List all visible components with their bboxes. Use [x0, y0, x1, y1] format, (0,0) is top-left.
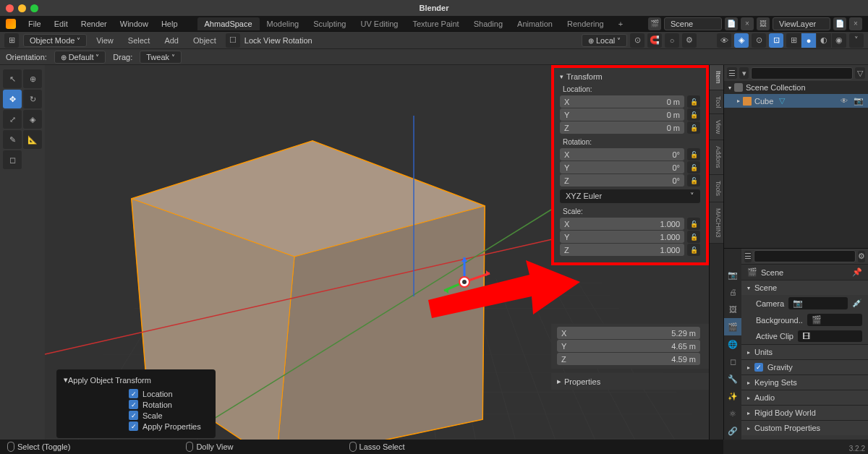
blender-logo-icon[interactable] [6, 19, 16, 29]
menu-help[interactable]: Help [156, 18, 183, 30]
workspace-tab[interactable]: UV Editing [353, 17, 405, 30]
workspace-tab[interactable]: Rendering [560, 17, 611, 30]
background-field[interactable]: 🎬 [807, 314, 862, 326]
options-icon[interactable]: ⚙ [682, 33, 697, 48]
camera-field[interactable]: 📷 [788, 297, 848, 309]
orientation-dropdown[interactable]: ⊕ Local ˅ [582, 34, 627, 47]
3d-viewport[interactable]: Options [45, 65, 709, 440]
activeclip-field[interactable]: 🎞 [798, 330, 862, 342]
n-tab-addons[interactable]: Addons [710, 140, 723, 175]
shading-options-icon[interactable]: ˅ [849, 33, 864, 48]
particle-tab[interactable]: ✨ [724, 387, 741, 405]
workspace-tab[interactable]: Animation [510, 17, 560, 30]
xray-icon[interactable]: ⊡ [769, 33, 783, 48]
close-window-icon[interactable] [6, 4, 14, 12]
menu-edit[interactable]: Edit [49, 18, 73, 30]
drag-value[interactable]: Tweak ˅ [140, 51, 182, 64]
dimension-y-field[interactable]: Y4.65 m [557, 340, 700, 352]
rotate-tool[interactable]: ↻ [23, 90, 42, 108]
visibility-icon[interactable]: 👁 [717, 33, 731, 48]
pin-icon[interactable]: 📌 [852, 267, 862, 277]
world-tab[interactable]: 🌐 [724, 335, 741, 353]
modifier-tab[interactable]: 🔧 [724, 370, 741, 387]
menu-file[interactable]: File [23, 18, 46, 30]
scene-delete-icon[interactable]: × [741, 17, 754, 30]
apply-scale-checkbox[interactable]: ✓Scale [129, 411, 208, 420]
rotation-z-field[interactable]: Z0° [560, 174, 684, 187]
popup-header[interactable]: ▾ Apply Object Transform [64, 375, 208, 385]
physics-tab[interactable]: ⚛ [724, 405, 741, 422]
menu-window[interactable]: Window [115, 18, 153, 30]
scene-field[interactable]: Scene [664, 17, 722, 30]
dimension-z-field[interactable]: Z4.59 m [557, 353, 700, 365]
cursor-tool[interactable]: ⊕ [23, 69, 42, 88]
scene-tab[interactable]: 🎬 [724, 318, 741, 335]
rotation-mode-dropdown[interactable]: XYZ Euler˅ [560, 189, 700, 203]
location-z-field[interactable]: Z0 m [560, 121, 684, 134]
customprops-section[interactable]: ▸Custom Properties [741, 420, 868, 435]
apply-rotation-checkbox[interactable]: ✓Rotation [129, 400, 208, 409]
checkbox-icon[interactable]: ☐ [226, 33, 240, 48]
eyedropper-icon[interactable]: 💉 [852, 299, 862, 308]
mode-dropdown[interactable]: Object Mode ˅ [23, 34, 87, 47]
properties-section[interactable]: ▸ Properties [551, 373, 709, 390]
n-tab-view[interactable]: View [710, 114, 723, 140]
rotation-y-field[interactable]: Y0° [560, 161, 684, 174]
dimension-x-field[interactable]: X5.29 m [557, 327, 700, 339]
add-cube-tool[interactable]: ◻ [3, 150, 22, 169]
maximize-window-icon[interactable] [30, 4, 38, 12]
workspace-tab[interactable]: Modeling [260, 17, 307, 30]
apply-location-checkbox[interactable]: ✓Location [129, 389, 208, 398]
n-tab-tools[interactable]: Tools [710, 175, 723, 202]
camera-icon[interactable]: 📷 [854, 96, 864, 106]
select-tool[interactable]: ↖ [3, 69, 22, 88]
toolbar-select[interactable]: Select [123, 35, 156, 46]
gravity-section[interactable]: ▸✓Gravity [741, 359, 868, 374]
rigidbody-section[interactable]: ▸Rigid Body World [741, 405, 868, 420]
workspace-tab[interactable]: Sculpting [306, 17, 353, 30]
toolbar-view[interactable]: View [91, 35, 119, 46]
transform-tool[interactable]: ◈ [23, 110, 42, 129]
toolbar-object[interactable]: Object [188, 35, 221, 46]
cube-outliner-item[interactable]: ▸ Cube ▽ 👁 📷 [724, 94, 868, 108]
annotate-tool[interactable]: ✎ [3, 130, 22, 149]
toolbar-add[interactable]: Add [159, 35, 184, 46]
viewlayer-new-icon[interactable]: 📄 [833, 17, 846, 30]
visibility-icon[interactable]: 👁 [841, 97, 848, 105]
outliner-search-input[interactable] [751, 67, 853, 80]
add-workspace-button[interactable]: + [611, 17, 630, 30]
scene-collection-item[interactable]: ▾ Scene Collection [724, 81, 868, 94]
workspace-tab[interactable]: Shading [467, 17, 510, 30]
measure-tool[interactable]: 📐 [23, 130, 42, 149]
viewlayer-icon[interactable]: 🖼 [757, 17, 770, 30]
menu-render[interactable]: Render [76, 18, 112, 30]
location-y-field[interactable]: Y0 m [560, 108, 684, 121]
keyingsets-section[interactable]: ▸Keying Sets [741, 374, 868, 390]
orientation-value[interactable]: ⊕ Default ˅ [54, 51, 106, 64]
scale-y-field[interactable]: Y1.000 [560, 231, 684, 243]
rotation-x-field[interactable]: X0° [560, 148, 684, 160]
minimize-window-icon[interactable] [18, 4, 26, 12]
rendered-shading-icon[interactable]: ◉ [832, 33, 846, 48]
scene-breadcrumb[interactable]: 🎬 Scene 📌 [741, 265, 868, 280]
editor-type-icon[interactable]: ☰ [727, 67, 737, 79]
audio-section[interactable]: ▸Audio [741, 390, 868, 405]
object-tab[interactable]: ◻ [724, 353, 741, 370]
scene-icon[interactable]: 🎬 [648, 17, 661, 30]
scale-z-field[interactable]: Z1.000 [560, 244, 684, 256]
render-tab[interactable]: 📷 [724, 266, 741, 283]
n-tab-item[interactable]: Item [710, 65, 723, 90]
editor-type-icon[interactable]: ⊞ [4, 33, 19, 48]
gizmo-toggle-icon[interactable]: ◈ [734, 33, 749, 48]
properties-search-input[interactable] [754, 250, 856, 262]
units-section[interactable]: ▸Units [741, 344, 868, 359]
constraint-tab[interactable]: 🔗 [724, 422, 741, 440]
viewlayer-delete-icon[interactable]: × [849, 17, 862, 30]
wireframe-shading-icon[interactable]: ⊞ [786, 33, 801, 48]
n-tab-machin3[interactable]: MACHIN3 [710, 202, 723, 244]
checkbox-checked-icon[interactable]: ✓ [754, 363, 763, 372]
transform-header[interactable]: ▾ Transform [560, 72, 700, 81]
overlay-icon[interactable]: ⊙ [752, 33, 766, 48]
viewlayer-field[interactable]: ViewLayer [773, 17, 830, 30]
solid-shading-icon[interactable]: ● [801, 33, 816, 48]
